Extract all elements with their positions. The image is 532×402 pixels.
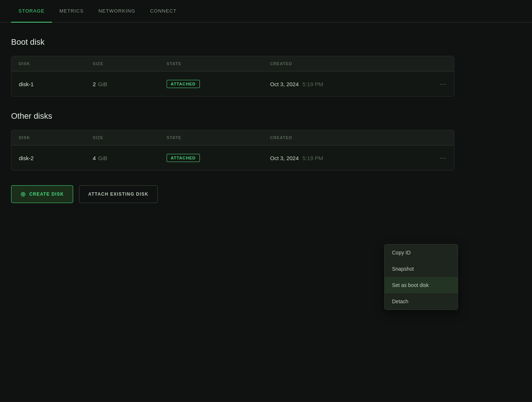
state-badge-2: ATTACHED xyxy=(167,154,200,162)
col-header-state-1: STATE xyxy=(159,56,263,71)
disk-name-2: disk-2 xyxy=(11,148,85,168)
disk-size-2: 4 GiB xyxy=(85,148,159,168)
main-content: Boot disk DISK SIZE STATE CREATED disk-1… xyxy=(0,23,532,218)
plus-icon: ⊕ xyxy=(20,191,26,197)
size-num-2: 4 xyxy=(93,155,96,161)
context-menu-item-copy-id[interactable]: Copy ID xyxy=(385,244,458,261)
col-header-size-1: SIZE xyxy=(85,56,159,71)
state-badge-1: ATTACHED xyxy=(167,80,200,88)
create-disk-label: CREATE DISK xyxy=(29,192,64,197)
col-header-size-2: SIZE xyxy=(85,130,159,145)
tab-connect[interactable]: CONNECT xyxy=(143,0,184,23)
tab-storage[interactable]: STORAGE xyxy=(11,0,52,23)
context-menu-item-detach[interactable]: Detach xyxy=(385,293,458,310)
created-date-2: Oct 3, 2024 xyxy=(270,155,299,161)
boot-disk-table: DISK SIZE STATE CREATED disk-1 2 GiB ATT… xyxy=(11,56,454,97)
nav-tabs: STORAGE METRICS NETWORKING CONNECT xyxy=(0,0,532,23)
created-time-1: 5:19 PM xyxy=(303,81,323,87)
disk-name-1: disk-1 xyxy=(11,74,85,94)
disk-size-1: 2 GiB xyxy=(85,74,159,94)
table-row: disk-2 4 GiB ATTACHED Oct 3, 2024 5:19 P… xyxy=(11,145,454,170)
action-buttons: ⊕ CREATE DISK ATTACH EXISTING DISK xyxy=(11,185,521,203)
col-header-created-2: CREATED xyxy=(263,130,432,145)
create-disk-button[interactable]: ⊕ CREATE DISK xyxy=(11,185,73,203)
tab-networking[interactable]: NETWORKING xyxy=(91,0,143,23)
created-time-2: 5:19 PM xyxy=(303,155,323,161)
size-unit-1: GiB xyxy=(96,81,107,87)
disk-actions-2: ⋯ xyxy=(432,146,454,170)
more-button-1[interactable]: ⋯ xyxy=(437,78,450,89)
context-menu: Copy ID Snapshot Set as boot disk Detach xyxy=(384,244,458,310)
context-menu-item-set-boot[interactable]: Set as boot disk xyxy=(385,277,458,293)
tab-metrics[interactable]: METRICS xyxy=(52,0,91,23)
col-header-state-2: STATE xyxy=(159,130,263,145)
other-disk-table-header: DISK SIZE STATE CREATED xyxy=(11,130,454,145)
size-unit-2: GiB xyxy=(96,155,107,161)
disk-created-2: Oct 3, 2024 5:19 PM xyxy=(263,148,432,168)
attach-existing-label: ATTACH EXISTING DISK xyxy=(88,192,149,197)
col-header-actions-1 xyxy=(432,56,454,71)
col-header-actions-2 xyxy=(432,130,454,145)
disk-actions-1: ⋯ xyxy=(432,72,454,96)
size-num-1: 2 xyxy=(93,81,96,87)
disk-created-1: Oct 3, 2024 5:19 PM xyxy=(263,74,432,94)
context-menu-item-snapshot[interactable]: Snapshot xyxy=(385,261,458,277)
more-button-2[interactable]: ⋯ xyxy=(437,152,450,163)
col-header-disk-1: DISK xyxy=(11,56,85,71)
disk-state-1: ATTACHED xyxy=(159,73,263,95)
boot-disk-title: Boot disk xyxy=(11,37,521,47)
boot-disk-table-header: DISK SIZE STATE CREATED xyxy=(11,56,454,71)
col-header-created-1: CREATED xyxy=(263,56,432,71)
table-row: disk-1 2 GiB ATTACHED Oct 3, 2024 5:19 P… xyxy=(11,71,454,96)
disk-state-2: ATTACHED xyxy=(159,147,263,169)
other-disks-title: Other disks xyxy=(11,111,521,121)
created-date-1: Oct 3, 2024 xyxy=(270,81,299,87)
other-disks-table: DISK SIZE STATE CREATED disk-2 4 GiB ATT… xyxy=(11,130,454,170)
col-header-disk-2: DISK xyxy=(11,130,85,145)
attach-existing-button[interactable]: ATTACH EXISTING DISK xyxy=(79,185,158,203)
